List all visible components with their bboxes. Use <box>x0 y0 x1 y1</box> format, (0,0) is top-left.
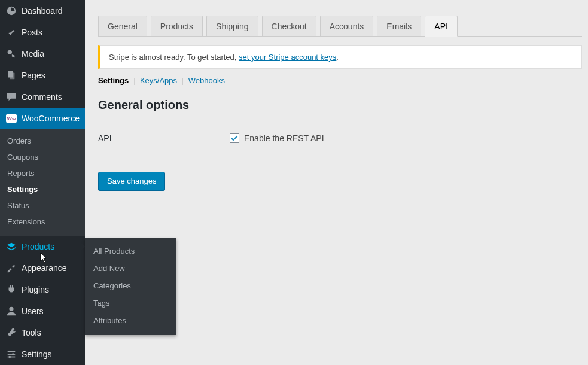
tab-checkout[interactable]: Checkout <box>262 16 316 36</box>
flyout-item-add-new[interactable]: Add New <box>85 260 176 277</box>
sidebar-item-label: Media <box>22 49 44 59</box>
admin-sidebar: Dashboard Posts Media Pages Comments W∞ … <box>0 0 85 365</box>
sidebar-item-comments[interactable]: Comments <box>0 86 85 108</box>
submenu-item-coupons[interactable]: Coupons <box>0 149 85 165</box>
subnav-current: Settings <box>98 76 129 85</box>
tab-api[interactable]: API <box>425 16 458 37</box>
tab-accounts[interactable]: Accounts <box>320 16 374 36</box>
svg-point-7 <box>9 351 11 353</box>
tools-icon <box>6 327 17 338</box>
sidebar-item-settings[interactable]: Settings <box>0 343 85 365</box>
sidebar-item-pages[interactable]: Pages <box>0 65 85 86</box>
submenu-item-extensions[interactable]: Extensions <box>0 214 85 230</box>
notice-text-suffix: . <box>336 53 339 62</box>
settings-icon <box>6 349 17 360</box>
flyout-item-all-products[interactable]: All Products <box>85 242 176 260</box>
sidebar-item-label: Dashboard <box>22 6 63 16</box>
sidebar-item-posts[interactable]: Posts <box>0 22 85 43</box>
sidebar-item-label: Pages <box>22 71 45 80</box>
subnav-link-keys-apps[interactable]: Keys/Apps <box>140 76 177 85</box>
save-changes-button[interactable]: Save changes <box>98 172 165 190</box>
stripe-notice: Stripe is almost ready. To get started, … <box>98 45 582 69</box>
flyout-item-attributes[interactable]: Attributes <box>85 312 176 329</box>
sidebar-item-label: Comments <box>22 92 62 102</box>
api-row-label: API <box>98 133 230 143</box>
sidebar-item-label: Appearance <box>22 263 67 273</box>
svg-rect-2 <box>10 73 14 80</box>
submenu-item-reports[interactable]: Reports <box>0 165 85 181</box>
sidebar-item-label: Plugins <box>22 285 49 294</box>
pages-icon <box>6 70 17 81</box>
appearance-icon <box>6 263 17 273</box>
woocommerce-submenu: Orders Coupons Reports Settings Status E… <box>0 129 85 236</box>
tab-emails[interactable]: Emails <box>377 16 421 36</box>
sidebar-item-tools[interactable]: Tools <box>0 322 85 343</box>
tab-general[interactable]: General <box>98 16 147 36</box>
sidebar-item-label: Tools <box>22 328 41 337</box>
tab-shipping[interactable]: Shipping <box>206 16 258 36</box>
notice-link[interactable]: set your Stripe account keys <box>239 53 336 62</box>
sidebar-item-users[interactable]: Users <box>0 300 85 322</box>
submenu-item-orders[interactable]: Orders <box>0 133 85 149</box>
sidebar-item-label: WooCommerce <box>22 114 80 123</box>
subnav-link-webhooks[interactable]: Webhooks <box>188 76 225 85</box>
comments-icon <box>6 92 17 102</box>
woo-icon: W∞ <box>6 113 17 124</box>
submenu-item-status[interactable]: Status <box>0 197 85 214</box>
pin-icon <box>6 27 17 38</box>
products-icon <box>6 241 17 252</box>
settings-tabs: General Products Shipping Checkout Accou… <box>98 16 582 37</box>
enable-rest-api-checkbox[interactable] <box>230 133 239 143</box>
products-flyout: All Products Add New Categories Tags Att… <box>85 238 176 335</box>
sidebar-item-label: Settings <box>22 349 52 359</box>
svg-point-9 <box>9 356 11 358</box>
sidebar-item-woocommerce[interactable]: W∞ WooCommerce <box>0 108 85 129</box>
sidebar-item-products[interactable]: Products <box>0 236 85 257</box>
api-setting-row: API Enable the REST API <box>98 133 582 143</box>
sidebar-item-label: Users <box>22 306 44 316</box>
users-icon <box>6 306 17 317</box>
tab-products[interactable]: Products <box>151 16 203 36</box>
checkbox-label: Enable the REST API <box>244 133 324 143</box>
flyout-item-categories[interactable]: Categories <box>85 277 176 294</box>
sidebar-item-dashboard[interactable]: Dashboard <box>0 0 85 22</box>
sidebar-item-label: Posts <box>22 28 42 37</box>
dashboard-icon <box>6 5 17 16</box>
settings-subnav: Settings | Keys/Apps | Webhooks <box>98 76 582 85</box>
section-title: General options <box>98 98 582 112</box>
sidebar-item-plugins[interactable]: Plugins <box>0 279 85 300</box>
plugins-icon <box>6 284 17 295</box>
media-icon <box>6 48 17 59</box>
submenu-item-settings[interactable]: Settings <box>0 181 85 197</box>
flyout-item-tags[interactable]: Tags <box>85 294 176 312</box>
notice-text-prefix: Stripe is almost ready. To get started, <box>109 53 239 62</box>
sidebar-item-media[interactable]: Media <box>0 43 85 65</box>
sidebar-item-label: Products <box>22 242 54 251</box>
svg-point-3 <box>9 307 13 311</box>
sidebar-item-appearance[interactable]: Appearance <box>0 257 85 279</box>
svg-point-8 <box>12 353 14 355</box>
svg-point-0 <box>8 50 12 54</box>
